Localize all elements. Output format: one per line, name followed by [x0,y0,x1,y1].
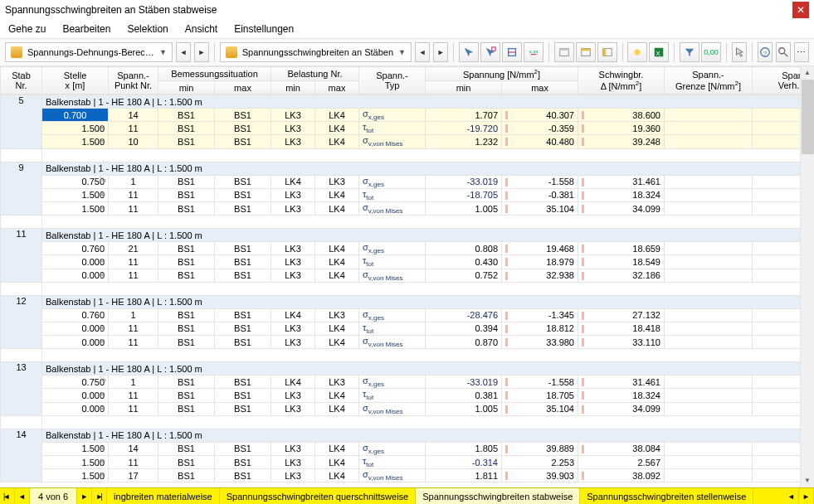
cell[interactable]: LK3 [271,442,315,455]
cell[interactable]: 0.000⊼ [42,255,109,269]
cell[interactable] [665,201,753,215]
cell[interactable] [665,135,753,148]
tool-light[interactable] [627,42,647,62]
table-row[interactable]: 0.000⊼11BS1BS1LK3LK4σv,von Mises1.00535.… [1,402,801,415]
cell[interactable] [665,336,753,349]
cell[interactable]: 18.812 [502,322,578,335]
cell[interactable]: 1 [109,376,158,389]
menu-selektion[interactable]: Selektion [127,23,168,35]
cell[interactable]: LK4 [315,188,359,201]
result-dropdown[interactable]: Spannungsschwingbreiten an Stäben ▼ [220,42,412,62]
cell[interactable]: LK3 [271,135,315,148]
cell[interactable]: σv,von Mises [359,135,426,148]
next-result-button[interactable]: ► [433,42,448,62]
cell[interactable]: LK3 [271,336,315,349]
cell[interactable]: BS1 [158,122,215,135]
cell[interactable]: 0.430 [426,255,502,269]
cell[interactable] [665,456,753,469]
cell[interactable] [753,255,801,269]
cell[interactable] [753,336,801,349]
menu-bearbeiten[interactable]: Bearbeiten [62,23,110,35]
group-row[interactable]: 14Balkenstab | 1 - HE 180 A | L : 1.500 … [1,429,801,442]
cell[interactable]: -18.705 [426,188,502,201]
cell[interactable]: BS1 [158,322,215,335]
cell[interactable]: 1.811 [426,469,502,482]
cell[interactable] [753,402,801,415]
cell[interactable]: 11 [109,402,158,415]
cell[interactable]: 18.418 [578,322,665,335]
tool-decimal[interactable]: x.xx [524,42,543,62]
cell[interactable]: 11 [109,269,158,282]
vertical-scrollbar[interactable]: ▲ ▼ [800,66,814,487]
cell[interactable] [753,175,801,188]
cell[interactable]: 11 [109,188,158,201]
cell[interactable]: LK4 [315,469,359,482]
row-number[interactable]: 13 [1,362,42,416]
cell[interactable]: 10 [109,135,158,148]
cell[interactable]: 34.099 [578,201,665,215]
cell[interactable]: σx,ges [359,376,426,389]
cell[interactable]: BS1 [215,469,271,482]
cell[interactable]: 11 [109,201,158,215]
cell[interactable]: σv,von Mises [359,402,426,415]
cell[interactable]: BS1 [158,242,215,255]
cell[interactable]: 27.132 [578,308,665,322]
cell[interactable]: LK4 [315,255,359,269]
cell[interactable] [753,456,801,469]
tool-table-c[interactable] [597,42,617,62]
hdr-nr[interactable]: StabNr. [1,67,42,94]
cell[interactable]: -0.314 [426,456,502,469]
cell[interactable]: 19.360 [578,122,665,135]
cell[interactable]: BS1 [215,135,271,148]
tab-querschnitt[interactable]: Spannungsschwingbreiten querschnittsweis… [220,488,417,504]
cell[interactable]: BS1 [215,242,271,255]
scroll-up[interactable]: ▲ [801,66,814,80]
cell[interactable]: 0.394 [426,322,502,335]
cell[interactable]: 31.461 [578,175,665,188]
cell[interactable]: BS1 [215,389,271,402]
last-page-button[interactable]: ►| [92,488,107,504]
tab-scroll-left[interactable]: ◄ [784,488,799,504]
cell[interactable]: 1.500⊼ [42,201,109,215]
cell[interactable]: 1.232 [426,135,502,148]
cell[interactable]: BS1 [158,175,215,188]
tab-stellenweise[interactable]: Spannungsschwingbreiten stellenweise [580,488,753,504]
cell[interactable]: σv,von Mises [359,469,426,482]
cell[interactable]: 0.000⊼ [42,389,109,402]
cell[interactable]: 40.307 [502,109,578,122]
cell[interactable]: 0.381 [426,389,502,402]
cell[interactable]: 1.500⊼ [42,135,109,148]
cell[interactable] [753,322,801,335]
cell[interactable]: 39.903 [502,469,578,482]
table-row[interactable]: 0.000⊼11BS1BS1LK3LK4σv,von Mises0.87033.… [1,336,801,349]
group-row[interactable]: 13Balkenstab | 1 - HE 180 A | L : 1.500 … [1,362,801,376]
cell[interactable] [665,402,753,415]
cell[interactable]: BS1 [158,201,215,215]
cell[interactable] [753,308,801,322]
cell[interactable]: BS1 [215,109,271,122]
next-case-button[interactable]: ► [194,42,209,62]
cell[interactable]: 18.324 [578,389,665,402]
cell[interactable]: 1.005 [426,402,502,415]
cell[interactable]: -1.558 [502,175,578,188]
help-button[interactable]: ? [758,42,773,62]
cell[interactable]: BS1 [215,442,271,455]
hdr-bs[interactable]: Bemessungssituation [158,67,271,81]
cell[interactable]: τtot [359,389,426,402]
cell[interactable]: 18.549 [578,255,665,269]
tab-scroll-right[interactable]: ► [799,488,814,504]
cell[interactable]: BS1 [158,336,215,349]
cell[interactable]: 1.805 [426,442,502,455]
cell[interactable]: 21 [109,242,158,255]
cell[interactable]: 39.889 [502,442,578,455]
row-number[interactable]: 9 [1,162,42,216]
cell[interactable]: 11 [109,389,158,402]
cell[interactable]: BS1 [158,269,215,282]
cell[interactable] [753,188,801,201]
cell[interactable]: LK3 [315,308,359,322]
tool-select-b[interactable] [480,42,500,62]
cell[interactable]: 11 [109,336,158,349]
cell[interactable] [753,201,801,215]
cell[interactable]: LK4 [271,175,315,188]
cell[interactable]: BS1 [215,456,271,469]
